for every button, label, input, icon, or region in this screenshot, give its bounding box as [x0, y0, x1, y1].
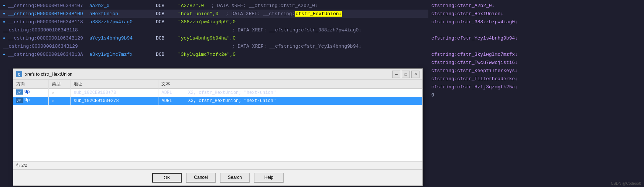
- col-header-address: 地址: [71, 80, 158, 89]
- svg-text:UP: UP: [17, 99, 21, 102]
- bullet-5: ●: [3, 36, 5, 40]
- dialog-window-controls[interactable]: ─ □ ✕: [392, 71, 419, 78]
- dialog-icon: X: [16, 71, 22, 77]
- addr-3: __cstring:000000010634B118: [8, 19, 89, 25]
- label-2: aHextUnion: [89, 11, 156, 17]
- bullet-3: ●: [3, 20, 5, 24]
- code-right-panel: cfstring:cfstr_A2b2_0↓ cfstring:cfstr_He…: [428, 0, 644, 187]
- addr-2: __cstring:000000010634B10D: [8, 11, 89, 17]
- comment-1: ; DATA XREF: __cfstring:cfstr_A2b2_0↓: [211, 3, 318, 8]
- instr-2: DCB: [156, 11, 178, 17]
- cancel-button[interactable]: Cancel: [186, 173, 216, 183]
- right-line-10: cfstring:cfstr_Filterheaderke↓: [431, 75, 641, 83]
- cell-text-1: ADRL X2, cfstr_HextUnion; "hext-union": [158, 89, 422, 97]
- label-7: a3kylwglmc7mzfx: [89, 52, 156, 57]
- addr-6: __cstring:000000010634B129: [3, 44, 84, 49]
- instr-5: DCB: [156, 35, 178, 41]
- right-line-8: cfstring:cfstr_Twcu7wwcjisti6↓: [431, 58, 641, 67]
- bullet-7: ●: [3, 52, 5, 57]
- col-header-type: 类型: [48, 80, 71, 89]
- watermark: CSDN @Codeoo0: [611, 181, 641, 186]
- label-1: aA2b2_0: [89, 3, 156, 8]
- col-header-text: 文本: [158, 80, 422, 89]
- addr-1: __cstring:000000010634B107: [8, 3, 89, 8]
- close-button[interactable]: ✕: [411, 71, 419, 78]
- comment-4: ; DATA XREF: __cfstring:cfstr_388zzh7pw4…: [232, 27, 362, 33]
- right-line-9: cfstring:cfstr_Keepfilterkeys↓: [431, 67, 641, 75]
- svg-text:UP: UP: [17, 91, 21, 94]
- col-header-direction: 方向: [13, 80, 48, 89]
- addr-7: __cstring:000000010634B13A: [8, 52, 89, 57]
- instr-7: DCB: [156, 52, 178, 57]
- maximize-button[interactable]: □: [402, 71, 410, 78]
- right-line-5: cfstring:cfstr_Ycyls4bnhg9b94↓: [431, 34, 641, 42]
- table-row[interactable]: UP Up ○ sub_102CE9100+70 ADRL X2, cfstr_…: [13, 89, 422, 97]
- label-3: a388zzh7pw4iag0: [89, 19, 156, 25]
- cell-direction-2: UP Up: [13, 97, 48, 105]
- right-line-1: cfstring:cfstr_A2b2_0↓: [431, 1, 641, 10]
- instr-1: DCB: [156, 3, 178, 8]
- xrefs-table-body: UP Up ○ sub_102CE9100+70 ADRL X2, cfstr_…: [13, 89, 422, 105]
- right-line-3: cfstring:cfstr_388zzh7pw4iag0↓: [431, 18, 641, 26]
- addr-4: __cstring:000000010634B118: [3, 27, 84, 33]
- right-line-6: [431, 42, 641, 50]
- right-line-12: 0: [431, 91, 641, 99]
- dialog-status-bar: 行 2/2: [13, 161, 422, 169]
- help-button[interactable]: Help: [254, 173, 284, 183]
- val-7: "3kylwglmc7mzfx2e",0: [178, 52, 236, 57]
- dialog-titlebar: X xrefs to cfstr_HextUnion ─ □ ✕: [13, 69, 422, 80]
- ok-button[interactable]: OK: [152, 173, 182, 183]
- table-header-row: 方向 类型 地址 文本: [13, 80, 422, 89]
- yellow-ref: cfstr_HextUnion↓: [295, 11, 342, 17]
- comment-2: ; DATA XREF: __cfstring:cfstr_HextUnion↓: [226, 11, 342, 17]
- up-arrow-1: Up: [24, 89, 30, 95]
- cell-address-1: sub_102CE9100+70: [71, 89, 158, 97]
- row-count-label: 行 2/2: [16, 163, 27, 167]
- dialog-table-area: 方向 类型 地址 文本 UP Up ○ sub_102CE9100: [13, 80, 422, 161]
- dialog-title: xrefs to cfstr_HextUnion: [25, 72, 389, 77]
- label-5: aYcyls4bnhg9b94: [89, 35, 156, 41]
- comment-6: ; DATA XREF: __cfstring:cfstr_Ycyls4bnhg…: [232, 44, 362, 49]
- search-button[interactable]: Search: [220, 173, 250, 183]
- cell-address-2: sub_102CB9100+278: [71, 97, 158, 105]
- cell-text-2: ADRL X3, cfstr_HextUnion; "hext-union": [158, 97, 422, 105]
- xrefs-table: 方向 类型 地址 文本 UP Up ○ sub_102CE9100: [13, 80, 422, 105]
- cell-type-2: ○: [48, 97, 71, 105]
- right-line-7: cfstring:cfstr_3kylwglmc7mzfx↓: [431, 50, 641, 58]
- cell-type-1: ○: [48, 89, 71, 97]
- addr-5: __cstring:000000010634B129: [8, 35, 89, 41]
- cell-direction-1: UP Up: [13, 89, 48, 97]
- svg-text:X: X: [18, 72, 20, 76]
- val-3: "388zzh7pw4iag0p9",0: [178, 19, 236, 25]
- val-2: "hext-union",0: [178, 11, 218, 17]
- right-line-11: cfstring:cfstr_Hzlj3qzmgfk25a↓: [431, 83, 641, 91]
- bullet-1: ●: [3, 4, 5, 8]
- up-arrow-2: Up: [24, 98, 30, 103]
- right-line-4: [431, 26, 641, 34]
- instr-3: DCB: [156, 19, 178, 25]
- val-5: "ycyls4bnhg9b94ha",0: [178, 35, 236, 41]
- val-1: "A2/B2",0: [178, 3, 204, 8]
- bullet-2: ●: [3, 12, 5, 16]
- minimize-button[interactable]: ─: [392, 71, 400, 78]
- table-row[interactable]: UP Up ○ sub_102CB9100+278 ADRL X3, cfstr…: [13, 97, 422, 105]
- dialog-footer: OK Cancel Search Help: [13, 169, 422, 186]
- right-line-2: cfstring:cfstr_HextUnion↓: [431, 10, 641, 18]
- xrefs-dialog: X xrefs to cfstr_HextUnion ─ □ ✕ 方向 类型 地…: [13, 68, 423, 186]
